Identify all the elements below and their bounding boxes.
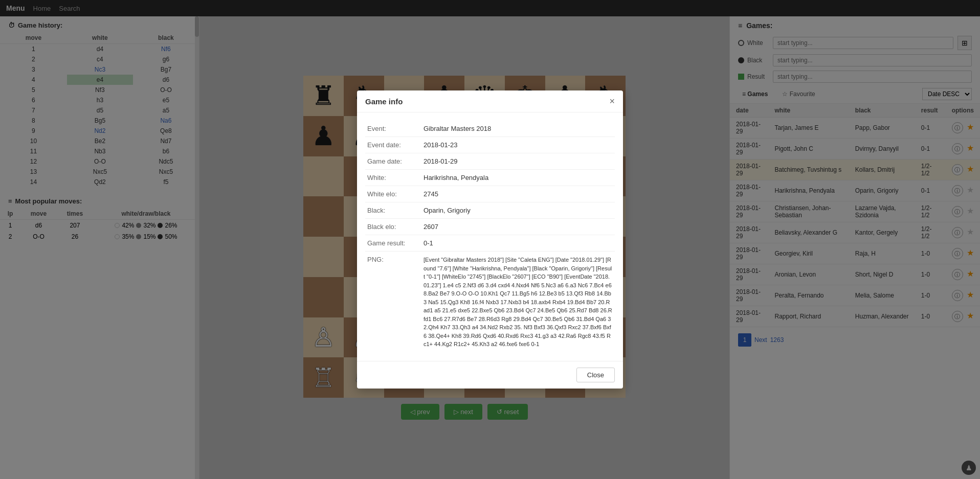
info-row: White elo: 2745 (365, 186, 615, 202)
info-row: Black elo: 2607 (365, 219, 615, 235)
modal-overlay[interactable]: Game info × Event: Gibraltar Masters 201… (0, 0, 980, 479)
info-value: 2745 (421, 186, 615, 202)
modal-footer: Close (357, 361, 623, 389)
info-label: Black: (365, 202, 421, 219)
info-label: White: (365, 170, 421, 186)
info-label: Event: (365, 121, 421, 137)
info-value: 2607 (421, 219, 615, 235)
pgn-row: PNG: [Event "Gibraltar Masters 2018"] [S… (365, 252, 615, 353)
info-row: Black: Oparin, Grigoriy (365, 202, 615, 219)
info-row: Event: Gibraltar Masters 2018 (365, 121, 615, 137)
info-label: Event date: (365, 137, 421, 153)
info-label: Black elo: (365, 219, 421, 235)
info-value: Oparin, Grigoriy (421, 202, 615, 219)
modal-body: Event: Gibraltar Masters 2018 Event date… (357, 112, 623, 361)
info-row: Game date: 2018-01-29 (365, 153, 615, 170)
info-row: Game result: 0-1 (365, 235, 615, 252)
modal-header: Game info × (357, 90, 623, 112)
info-value: 0-1 (421, 235, 615, 252)
info-label: Game date: (365, 153, 421, 170)
info-value: 2018-01-29 (421, 153, 615, 170)
info-value: 2018-01-23 (421, 137, 615, 153)
info-value: Harikrishna, Pendyala (421, 170, 615, 186)
info-row: Event date: 2018-01-23 (365, 137, 615, 153)
modal-title: Game info (365, 97, 403, 106)
modal-close-btn[interactable]: Close (576, 368, 615, 382)
info-value: Gibraltar Masters 2018 (421, 121, 615, 137)
pgn-value: [Event "Gibraltar Masters 2018"] [Site "… (421, 252, 615, 353)
info-row: White: Harikrishna, Pendyala (365, 170, 615, 186)
modal-dialog: Game info × Event: Gibraltar Masters 201… (357, 90, 623, 389)
modal-close-button[interactable]: × (609, 97, 615, 106)
info-label: Game result: (365, 235, 421, 252)
pgn-label: PNG: (365, 252, 421, 353)
info-table: Event: Gibraltar Masters 2018 Event date… (365, 121, 615, 353)
info-label: White elo: (365, 186, 421, 202)
